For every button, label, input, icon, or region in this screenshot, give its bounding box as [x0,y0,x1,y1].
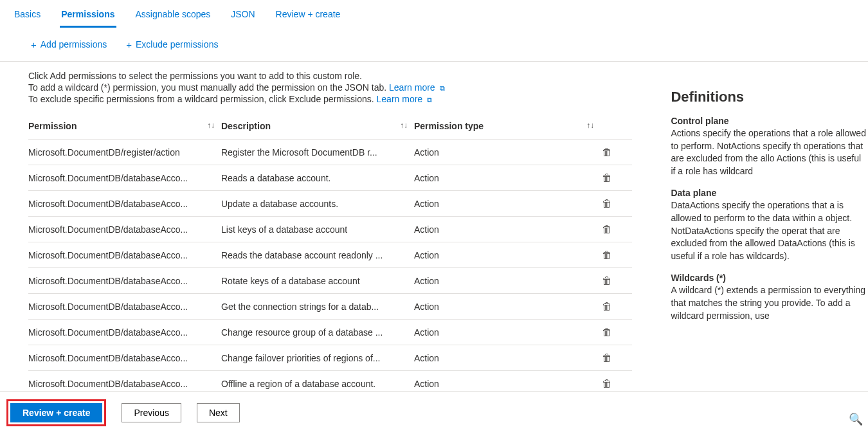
cell-description: Get the connection strings for a datab..… [221,302,414,312]
col-description-header: Description [221,121,271,131]
cell-permission: Microsoft.DocumentDB/databaseAcco... [28,379,221,389]
cell-type: Action [414,327,594,338]
cell-type: Action [414,147,594,158]
cell-permission: Microsoft.DocumentDB/databaseAcco... [28,276,221,286]
cell-description: Change resource group of a database ... [221,327,414,338]
cell-type: Action [414,302,594,312]
cell-description: Reads a database account. [221,173,414,183]
cell-permission: Microsoft.DocumentDB/databaseAcco... [28,199,221,209]
col-type-header: Permission type [414,121,484,131]
table-row: Microsoft.DocumentDB/databaseAcco...List… [28,216,632,242]
cell-permission: Microsoft.DocumentDB/databaseAcco... [28,224,221,235]
delete-icon[interactable]: 🗑 [602,198,612,209]
table-row: Microsoft.DocumentDB/databaseAcco...Chan… [28,319,632,345]
control-plane-heading: Control plane [671,116,868,126]
exclude-permissions-label: Exclude permissions [136,39,218,50]
external-link-icon: ⧉ [440,84,445,92]
cell-type: Action [414,173,594,183]
cell-type: Action [414,276,594,286]
permissions-table: Permission ↑↓ Description ↑↓ Permission … [28,113,632,396]
tab-permissions[interactable]: Permissions [60,5,116,28]
footer-bar: Review + create Previous Next [0,391,868,434]
definitions-panel: Definitions Control plane Actions specif… [671,69,868,396]
learn-more-link[interactable]: Learn more [377,94,423,104]
external-link-icon: ⧉ [427,96,432,104]
plus-icon: + [126,40,132,50]
table-row: Microsoft.DocumentDB/databaseAcco...Rota… [28,267,632,293]
sort-icon[interactable]: ↑↓ [400,121,408,130]
cell-permission: Microsoft.DocumentDB/databaseAcco... [28,302,221,312]
cell-description: Offline a region of a database account. [221,379,414,389]
help-line-1: Click Add permissions to select the perm… [28,71,632,81]
help-text: Click Add permissions to select the perm… [28,71,632,104]
data-plane-text: DataActions specify the operations that … [671,199,868,262]
cell-permission: Microsoft.DocumentDB/register/action [28,147,221,158]
delete-icon[interactable]: 🗑 [602,301,612,312]
definitions-title: Definitions [671,89,868,105]
control-plane-text: Actions specify the operations that a ro… [671,127,868,177]
exclude-permissions-button[interactable]: + Exclude permissions [126,39,218,50]
table-row: Microsoft.DocumentDB/databaseAcco...Get … [28,293,632,319]
sub-action-bar: + Add permissions + Exclude permissions [0,28,868,61]
help-line-2: To add a wildcard (*) permission, you mu… [28,82,389,93]
tab-review-create[interactable]: Review + create [275,5,342,28]
next-button[interactable]: Next [197,403,240,422]
table-header: Permission ↑↓ Description ↑↓ Permission … [28,113,632,139]
cell-type: Action [414,199,594,209]
data-plane-heading: Data plane [671,188,868,198]
delete-icon[interactable]: 🗑 [602,172,612,183]
cell-type: Action [414,224,594,235]
search-icon[interactable]: 🔍 [849,412,863,426]
table-row: Microsoft.DocumentDB/register/actionRegi… [28,139,632,165]
plus-icon: + [31,40,37,50]
delete-icon[interactable]: 🗑 [602,378,612,389]
delete-icon[interactable]: 🗑 [602,327,612,338]
cell-permission: Microsoft.DocumentDB/databaseAcco... [28,250,221,260]
cell-type: Action [414,379,594,389]
table-row: Microsoft.DocumentDB/databaseAcco...Read… [28,165,632,190]
sort-icon[interactable]: ↑↓ [586,121,594,130]
tab-json[interactable]: JSON [230,5,256,28]
sort-icon[interactable]: ↑↓ [207,121,215,130]
cell-type: Action [414,250,594,260]
wildcards-heading: Wildcards (*) [671,273,868,283]
highlight-box: Review + create [6,399,106,426]
cell-description: Rotate keys of a database account [221,276,414,286]
cell-description: Register the Microsoft DocumentDB r... [221,147,414,158]
cell-type: Action [414,353,594,363]
help-line-3: To exclude specific permissions from a w… [28,94,377,104]
table-row: Microsoft.DocumentDB/databaseAcco...Read… [28,242,632,267]
wildcards-text: A wildcard (*) extends a permission to e… [671,284,868,322]
cell-description: Update a database accounts. [221,199,414,209]
delete-icon[interactable]: 🗑 [602,275,612,286]
table-row: Microsoft.DocumentDB/databaseAcco...Upda… [28,190,632,216]
cell-description: Change failover priorities of regions of… [221,353,414,363]
review-create-button[interactable]: Review + create [10,403,102,422]
delete-icon[interactable]: 🗑 [602,352,612,363]
cell-permission: Microsoft.DocumentDB/databaseAcco... [28,173,221,183]
delete-icon[interactable]: 🗑 [602,147,612,158]
add-permissions-label: Add permissions [41,39,107,50]
cell-description: Reads the database account readonly ... [221,250,414,260]
add-permissions-button[interactable]: + Add permissions [31,39,107,50]
cell-permission: Microsoft.DocumentDB/databaseAcco... [28,353,221,363]
cell-description: List keys of a database account [221,224,414,235]
tab-bar: Basics Permissions Assignable scopes JSO… [0,0,868,28]
delete-icon[interactable]: 🗑 [602,249,612,260]
tab-basics[interactable]: Basics [13,5,42,28]
col-permission-header: Permission [28,121,77,131]
tab-assignable-scopes[interactable]: Assignable scopes [134,5,212,28]
table-row: Microsoft.DocumentDB/databaseAcco...Chan… [28,345,632,370]
delete-icon[interactable]: 🗑 [602,224,612,235]
learn-more-link[interactable]: Learn more [389,82,435,93]
previous-button[interactable]: Previous [122,403,181,422]
cell-permission: Microsoft.DocumentDB/databaseAcco... [28,327,221,338]
